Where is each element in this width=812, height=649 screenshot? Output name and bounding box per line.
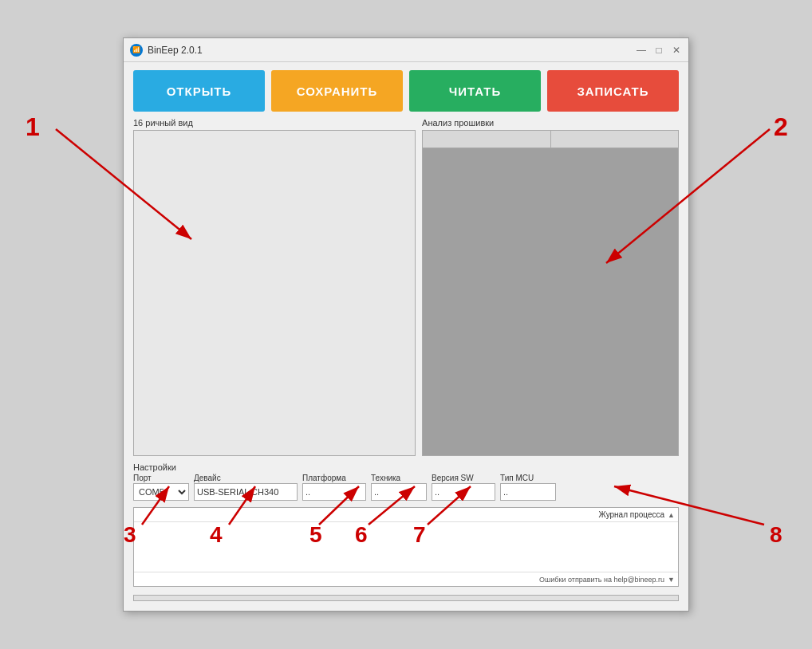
svg-text:1: 1 bbox=[26, 112, 40, 141]
tech-input[interactable] bbox=[371, 483, 427, 501]
tech-label: Техника bbox=[371, 474, 427, 482]
svg-text:8: 8 bbox=[770, 522, 782, 547]
analysis-panel-label: Анализ прошивки bbox=[422, 118, 679, 128]
log-title: Журнал процесса bbox=[599, 510, 665, 519]
platform-label: Платформа bbox=[302, 474, 366, 482]
app-icon: 📶 bbox=[130, 44, 143, 57]
log-scroll-down[interactable]: ▼ bbox=[668, 576, 675, 584]
device-input[interactable] bbox=[194, 483, 298, 501]
hex-textarea[interactable] bbox=[134, 131, 415, 455]
write-button[interactable]: ЗАПИСАТЬ bbox=[547, 70, 679, 112]
toolbar: ОТКРЫТЬ СОХРАНИТЬ ЧИТАТЬ ЗАПИСАТЬ bbox=[133, 70, 679, 112]
progress-bar bbox=[133, 595, 679, 601]
hex-panel-content bbox=[133, 130, 416, 456]
mcu-group: Тип MCU bbox=[500, 474, 556, 501]
tech-group: Техника bbox=[371, 474, 427, 501]
settings-section: Настройки Порт COM5 COM1 COM2 COM3 COM4 … bbox=[133, 462, 679, 501]
log-header: Журнал процесса ▲ bbox=[134, 508, 678, 522]
log-scroll-up[interactable]: ▲ bbox=[668, 511, 675, 519]
analysis-body bbox=[423, 148, 678, 455]
save-button[interactable]: СОХРАНИТЬ bbox=[271, 70, 403, 112]
analysis-header bbox=[423, 131, 678, 148]
port-label: Порт bbox=[133, 474, 189, 482]
window-controls: — □ ✕ bbox=[636, 45, 682, 56]
port-group: Порт COM5 COM1 COM2 COM3 COM4 COM6 bbox=[133, 474, 189, 501]
hex-panel-label: 16 ричный вид bbox=[133, 118, 416, 128]
port-select[interactable]: COM5 COM1 COM2 COM3 COM4 COM6 bbox=[133, 483, 189, 501]
analysis-inner bbox=[423, 131, 678, 455]
mcu-input[interactable] bbox=[500, 483, 556, 501]
platform-group: Платформа bbox=[302, 474, 366, 501]
main-content: ОТКРЫТЬ СОХРАНИТЬ ЧИТАТЬ ЗАПИСАТЬ 16 рич… bbox=[124, 62, 688, 611]
open-button[interactable]: ОТКРЫТЬ bbox=[133, 70, 265, 112]
settings-row: Порт COM5 COM1 COM2 COM3 COM4 COM6 Девай… bbox=[133, 474, 679, 501]
swver-group: Версия SW bbox=[432, 474, 495, 501]
hex-panel: 16 ричный вид bbox=[133, 118, 416, 456]
analysis-panel-content bbox=[422, 130, 679, 456]
log-section: Журнал процесса ▲ Ошибки отправить на he… bbox=[133, 507, 679, 587]
close-button[interactable]: ✕ bbox=[671, 45, 682, 56]
mcu-label: Тип MCU bbox=[500, 474, 556, 482]
titlebar: 📶 BinEep 2.0.1 — □ ✕ bbox=[124, 38, 688, 62]
panels-row: 16 ричный вид Анализ прошивки bbox=[133, 118, 679, 456]
swver-label: Версия SW bbox=[432, 474, 495, 482]
minimize-button[interactable]: — bbox=[636, 45, 647, 56]
svg-text:2: 2 bbox=[774, 112, 788, 141]
window-title: BinEep 2.0.1 bbox=[148, 45, 636, 56]
device-group: Девайс bbox=[194, 474, 298, 501]
read-button[interactable]: ЧИТАТЬ bbox=[409, 70, 541, 112]
settings-label: Настройки bbox=[133, 462, 679, 472]
log-footer: Ошибки отправить на help@bineep.ru ▼ bbox=[134, 572, 678, 586]
log-body[interactable] bbox=[134, 522, 678, 572]
device-label: Девайс bbox=[194, 474, 298, 482]
swver-input[interactable] bbox=[432, 483, 495, 501]
analysis-col2 bbox=[551, 131, 678, 148]
log-footer-text: Ошибки отправить на help@bineep.ru bbox=[539, 576, 664, 584]
analysis-panel: Анализ прошивки bbox=[422, 118, 679, 456]
platform-input[interactable] bbox=[302, 483, 366, 501]
analysis-col1 bbox=[423, 131, 550, 148]
app-window: 📶 BinEep 2.0.1 — □ ✕ ОТКРЫТЬ СОХРАНИТЬ Ч… bbox=[123, 37, 689, 612]
maximize-button[interactable]: □ bbox=[653, 45, 664, 56]
